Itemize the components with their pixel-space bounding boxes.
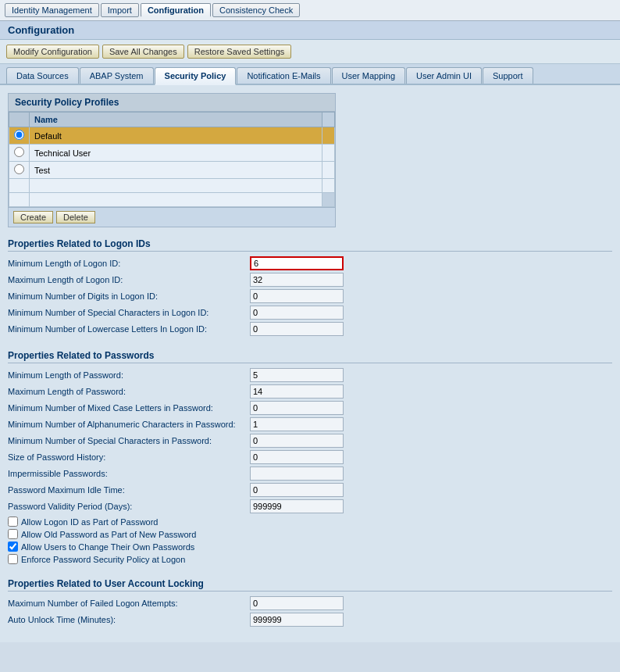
row-radio-technical[interactable] — [14, 147, 24, 157]
account-locking-section: Properties Related to User Account Locki… — [8, 578, 612, 627]
checkbox-allow-old-pass: Allow Old Password as Part of New Passwo… — [8, 529, 612, 539]
field-row-min-logon: Minimum Length of Logon ID: — [8, 256, 612, 270]
checkbox-enforce-policy-input[interactable] — [8, 554, 18, 564]
field-value-lowercase-logon — [250, 322, 612, 336]
field-value-digits-logon — [250, 289, 612, 303]
modify-config-button[interactable]: Modify Configuration — [6, 45, 99, 59]
field-row-special-logon: Minimum Number of Special Characters in … — [8, 306, 612, 320]
password-section: Properties Related to Passwords Minimum … — [8, 350, 612, 564]
field-row-idle-pass: Password Maximum Idle Time: — [8, 483, 612, 497]
tab-abap-system[interactable]: ABAP System — [80, 67, 154, 84]
input-max-logon[interactable] — [250, 273, 344, 287]
checkbox-allow-logon-id-input[interactable] — [8, 517, 18, 527]
input-special-pass[interactable] — [250, 434, 344, 448]
field-label-alphanum-pass: Minimum Number of Alphanumeric Character… — [8, 420, 250, 429]
tab-user-admin-ui[interactable]: User Admin UI — [406, 67, 482, 84]
page-title: Configuration — [0, 21, 620, 40]
create-button[interactable]: Create — [13, 211, 53, 223]
nav-tab-import[interactable]: Import — [101, 3, 139, 17]
input-lowercase-logon[interactable] — [250, 322, 344, 336]
nav-tab-identity[interactable]: Identity Management — [5, 3, 99, 17]
table-actions: Create Delete — [9, 207, 335, 227]
field-label-unlock-time: Auto Unlock Time (Minutes): — [8, 615, 250, 624]
tab-security-policy[interactable]: Security Policy — [155, 67, 237, 85]
field-row-mixed-pass: Minimum Number of Mixed Case Letters in … — [8, 401, 612, 415]
field-label-mixed-pass: Minimum Number of Mixed Case Letters in … — [8, 403, 250, 413]
checkbox-allow-change: Allow Users to Change Their Own Password… — [8, 542, 612, 552]
checkbox-allow-logon-id: Allow Logon ID as Part of Password — [8, 517, 612, 527]
field-value-max-logon — [250, 273, 612, 287]
checkbox-allow-change-input[interactable] — [8, 542, 18, 552]
profiles-table: Name Default Technical User — [9, 112, 335, 207]
tab-data-sources[interactable]: Data Sources — [6, 67, 79, 84]
logon-section-title: Properties Related to Logon IDs — [8, 238, 612, 252]
account-locking-title: Properties Related to User Account Locki… — [8, 578, 612, 592]
delete-button[interactable]: Delete — [56, 211, 95, 223]
field-row-alphanum-pass: Minimum Number of Alphanumeric Character… — [8, 417, 612, 431]
input-impermissible-pass[interactable] — [250, 466, 344, 481]
checkbox-allow-change-label: Allow Users to Change Their Own Password… — [21, 542, 194, 552]
field-label-history-pass: Size of Password History: — [8, 452, 250, 462]
field-row-special-pass: Minimum Number of Special Characters in … — [8, 434, 612, 448]
tab-user-mapping[interactable]: User Mapping — [332, 67, 405, 84]
input-idle-pass[interactable] — [250, 483, 344, 497]
input-special-logon[interactable] — [250, 306, 344, 320]
profiles-panel-title: Security Policy Profiles — [9, 94, 335, 112]
row-radio-test[interactable] — [14, 164, 24, 174]
checkbox-allow-old-pass-input[interactable] — [8, 529, 18, 539]
nav-tab-configuration[interactable]: Configuration — [141, 3, 211, 17]
input-min-logon[interactable] — [250, 256, 344, 270]
table-row[interactable]: Default — [9, 127, 335, 145]
row-radio-default[interactable] — [14, 130, 24, 140]
field-row-impermissible-pass: Impermissible Passwords: — [8, 466, 612, 481]
input-digits-logon[interactable] — [250, 289, 344, 303]
checkbox-enforce-policy-label: Enforce Password Security Policy at Logo… — [21, 555, 185, 564]
field-label-validity-pass: Password Validity Period (Days): — [8, 502, 250, 511]
field-label-max-pass: Maximum Length of Password: — [8, 387, 250, 396]
col-scroll — [322, 113, 335, 127]
input-max-pass[interactable] — [250, 384, 344, 399]
field-label-max-failed: Maximum Number of Failed Logon Attempts: — [8, 599, 250, 608]
nav-tab-consistency[interactable]: Consistency Check — [212, 3, 300, 17]
field-value-min-logon — [250, 256, 612, 270]
field-row-history-pass: Size of Password History: — [8, 450, 612, 464]
field-label-special-pass: Minimum Number of Special Characters in … — [8, 436, 250, 445]
field-label-idle-pass: Password Maximum Idle Time: — [8, 485, 250, 495]
checkbox-allow-logon-id-label: Allow Logon ID as Part of Password — [21, 517, 158, 527]
field-label-special-logon: Minimum Number of Special Characters in … — [8, 308, 250, 317]
tab-support[interactable]: Support — [483, 67, 533, 84]
input-unlock-time[interactable] — [250, 613, 344, 627]
field-row-digits-logon: Minimum Number of Digits in Logon ID: — [8, 289, 612, 303]
input-validity-pass[interactable] — [250, 499, 344, 513]
input-mixed-pass[interactable] — [250, 401, 344, 415]
input-max-failed[interactable] — [250, 596, 344, 610]
input-history-pass[interactable] — [250, 450, 344, 464]
field-label-min-pass: Minimum Length of Password: — [8, 370, 250, 380]
field-label-digits-logon: Minimum Number of Digits in Logon ID: — [8, 291, 250, 301]
table-row[interactable]: Technical User — [9, 145, 335, 162]
field-label-min-logon: Minimum Length of Logon ID: — [8, 259, 250, 268]
logon-section: Properties Related to Logon IDs Minimum … — [8, 238, 612, 336]
password-section-title: Properties Related to Passwords — [8, 350, 612, 363]
field-value-special-logon — [250, 306, 612, 320]
toolbar: Modify Configuration Save All Changes Re… — [0, 40, 620, 64]
input-min-pass[interactable] — [250, 368, 344, 382]
col-name: Name — [30, 113, 322, 127]
field-row-max-logon: Maximum Length of Logon ID: — [8, 273, 612, 287]
checkbox-enforce-policy: Enforce Password Security Policy at Logo… — [8, 554, 612, 564]
tab-notification-emails[interactable]: Notification E-Mails — [237, 67, 330, 84]
restore-settings-button[interactable]: Restore Saved Settings — [187, 45, 292, 59]
table-row — [9, 179, 335, 193]
col-checkbox — [9, 113, 30, 127]
field-row-lowercase-logon: Minimum Number of Lowercase Letters In L… — [8, 322, 612, 336]
table-row[interactable]: Test — [9, 162, 335, 179]
field-row-validity-pass: Password Validity Period (Days): — [8, 499, 612, 513]
save-all-button[interactable]: Save All Changes — [102, 45, 184, 59]
top-nav: Identity Management Import Configuration… — [0, 0, 620, 21]
field-row-max-failed: Maximum Number of Failed Logon Attempts: — [8, 596, 612, 610]
field-label-max-logon: Maximum Length of Logon ID: — [8, 275, 250, 284]
input-alphanum-pass[interactable] — [250, 417, 344, 431]
tabs-row: Data Sources ABAP System Security Policy… — [0, 64, 620, 85]
checkbox-allow-old-pass-label: Allow Old Password as Part of New Passwo… — [21, 530, 196, 539]
table-row — [9, 193, 335, 207]
